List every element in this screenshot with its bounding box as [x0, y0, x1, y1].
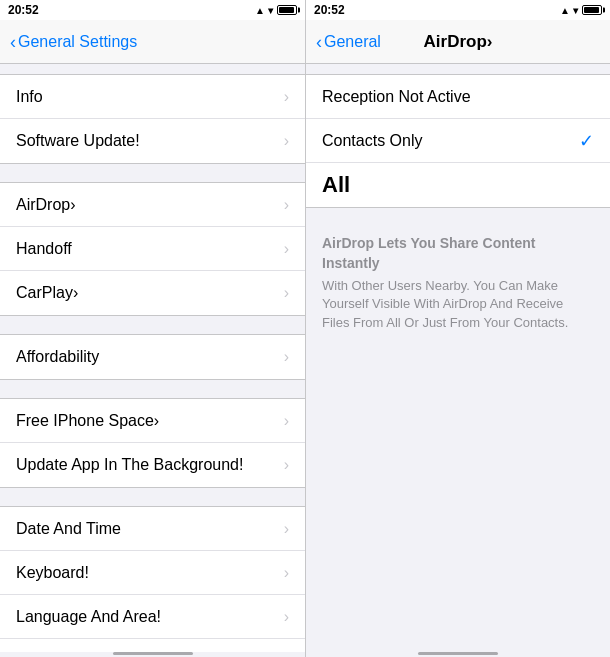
left-group-4: Free IPhone Space› › Update App In The B…	[0, 398, 305, 488]
list-item-update-app[interactable]: Update App In The Background! ›	[0, 443, 305, 487]
home-bar	[418, 652, 498, 655]
row-label: Software Update!	[16, 132, 280, 150]
left-group-1: Info › Software Update! ›	[0, 74, 305, 164]
list-item-affordability[interactable]: Affordability ›	[0, 335, 305, 379]
right-spacer-1	[306, 64, 610, 74]
right-panel: 20:52 ▲ ▾ ‹ General AirDrop› Reception N…	[305, 0, 610, 657]
spacer-4	[0, 380, 305, 398]
row-label: Update App In The Background!	[16, 456, 280, 474]
battery-icon	[277, 5, 297, 15]
row-chevron-icon: ›	[284, 196, 289, 214]
list-item-airdrop[interactable]: AirDrop› ›	[0, 183, 305, 227]
row-label: Date And Time	[16, 520, 280, 538]
right-status-icons: ▲ ▾	[560, 5, 602, 16]
checkmark-icon: ✓	[579, 130, 594, 152]
list-item-date-time[interactable]: Date And Time ›	[0, 507, 305, 551]
row-label: CarPlay›	[16, 284, 280, 302]
home-bar	[113, 652, 193, 655]
left-nav-bar: ‹ General Settings	[0, 20, 305, 64]
list-item-handoff[interactable]: Handoff ›	[0, 227, 305, 271]
row-chevron-icon: ›	[284, 132, 289, 150]
right-time: 20:52	[314, 3, 345, 17]
left-nav-back-label: General Settings	[18, 33, 137, 51]
row-label: Keyboard!	[16, 564, 280, 582]
left-home-indicator	[0, 652, 305, 657]
left-group-2: AirDrop› › Handoff › CarPlay› ›	[0, 182, 305, 316]
left-time: 20:52	[8, 3, 39, 17]
list-item-language[interactable]: Language And Area! ›	[0, 595, 305, 639]
row-label: Info	[16, 88, 280, 106]
spacer-1	[0, 64, 305, 74]
row-chevron-icon: ›	[284, 564, 289, 582]
row-chevron-icon: ›	[284, 284, 289, 302]
airdrop-options-group: Reception Not Active Contacts Only ✓ All	[306, 74, 610, 208]
row-label: AirDrop›	[16, 196, 280, 214]
row-label: Affordability	[16, 348, 280, 366]
airdrop-option-contacts[interactable]: Contacts Only ✓	[306, 119, 610, 163]
right-status-bar: 20:52 ▲ ▾	[306, 0, 610, 20]
right-spacer-2	[306, 208, 610, 218]
back-chevron-icon: ‹	[10, 33, 16, 51]
row-chevron-icon: ›	[284, 520, 289, 538]
row-chevron-icon: ›	[284, 240, 289, 258]
right-nav-back[interactable]: ‹ General	[316, 33, 381, 51]
signal-icon: ▲	[560, 5, 570, 16]
row-chevron-icon: ›	[284, 88, 289, 106]
right-scroll-content: Reception Not Active Contacts Only ✓ All…	[306, 64, 610, 652]
row-chevron-icon: ›	[284, 412, 289, 430]
list-item-free-space[interactable]: Free IPhone Space› ›	[0, 399, 305, 443]
list-item[interactable]: Info ›	[0, 75, 305, 119]
airdrop-option-reception[interactable]: Reception Not Active	[306, 75, 610, 119]
airdrop-description: AirDrop Lets You Share Content Instantly…	[306, 218, 610, 344]
option-label: All	[322, 172, 594, 198]
spacer-2	[0, 164, 305, 182]
list-item[interactable]: Software Update! ›	[0, 119, 305, 163]
signal-icon: ▲	[255, 5, 265, 16]
airdrop-desc-body: With Other Users Nearby. You Can Make Yo…	[322, 277, 594, 332]
wifi-icon: ▾	[268, 5, 273, 16]
option-label: Reception Not Active	[322, 88, 594, 106]
left-status-bar: 20:52 ▲ ▾	[0, 0, 305, 20]
spacer-3	[0, 316, 305, 334]
airdrop-option-all[interactable]: All	[306, 163, 610, 207]
right-nav-bar: ‹ General AirDrop›	[306, 20, 610, 64]
list-item-dictionary[interactable]: Dictionary› ›	[0, 639, 305, 652]
row-label: Handoff	[16, 240, 280, 258]
back-chevron-icon: ‹	[316, 33, 322, 51]
left-group-3: Affordability ›	[0, 334, 305, 380]
left-scroll-content: Info › Software Update! › AirDrop› › Han…	[0, 64, 305, 652]
wifi-icon: ▾	[573, 5, 578, 16]
row-label: Language And Area!	[16, 608, 280, 626]
left-panel: 20:52 ▲ ▾ ‹ General Settings Info › Soft…	[0, 0, 305, 657]
row-chevron-icon: ›	[284, 348, 289, 366]
right-nav-title: AirDrop›	[424, 32, 493, 52]
list-item-keyboard[interactable]: Keyboard! ›	[0, 551, 305, 595]
left-group-5: Date And Time › Keyboard! › Language And…	[0, 506, 305, 652]
row-chevron-icon: ›	[284, 608, 289, 626]
option-label: Contacts Only	[322, 132, 579, 150]
spacer-5	[0, 488, 305, 506]
row-chevron-icon: ›	[284, 456, 289, 474]
airdrop-desc-title: AirDrop Lets You Share Content Instantly	[322, 234, 594, 273]
battery-icon	[582, 5, 602, 15]
right-home-indicator	[306, 652, 610, 657]
list-item-carplay[interactable]: CarPlay› ›	[0, 271, 305, 315]
row-label: Free IPhone Space›	[16, 412, 280, 430]
right-nav-back-label: General	[324, 33, 381, 51]
left-nav-back[interactable]: ‹ General Settings	[10, 33, 137, 51]
left-status-icons: ▲ ▾	[255, 5, 297, 16]
